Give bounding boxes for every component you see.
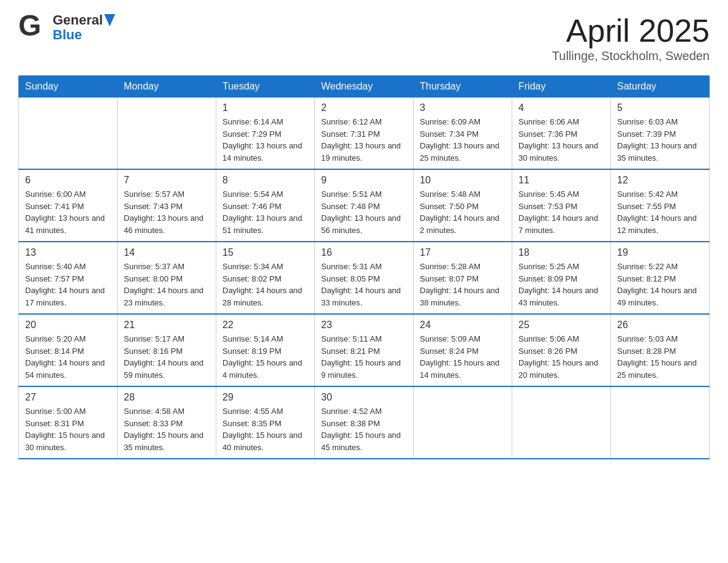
day-number: 6 (25, 175, 111, 186)
calendar-cell: 11Sunrise: 5:45 AMSunset: 7:53 PMDayligh… (512, 169, 611, 242)
calendar-cell: 26Sunrise: 5:03 AMSunset: 8:28 PMDayligh… (611, 314, 710, 386)
day-number: 8 (222, 175, 308, 186)
day-info: Sunrise: 5:34 AMSunset: 8:02 PMDaylight:… (222, 261, 308, 308)
calendar-cell: 30Sunrise: 4:52 AMSunset: 8:38 PMDayligh… (315, 386, 414, 459)
calendar-cell: 28Sunrise: 4:58 AMSunset: 8:33 PMDayligh… (118, 386, 216, 459)
day-info: Sunrise: 4:58 AMSunset: 8:33 PMDaylight:… (124, 405, 210, 453)
svg-marker-1 (104, 14, 115, 26)
day-info: Sunrise: 6:14 AMSunset: 7:29 PMDaylight:… (222, 116, 308, 164)
day-number: 9 (321, 175, 407, 186)
day-info: Sunrise: 5:00 AMSunset: 8:31 PMDaylight:… (25, 405, 111, 453)
calendar-cell: 17Sunrise: 5:28 AMSunset: 8:07 PMDayligh… (414, 242, 512, 314)
day-number: 1 (222, 102, 308, 113)
calendar-cell: 19Sunrise: 5:22 AMSunset: 8:12 PMDayligh… (611, 242, 710, 314)
day-number: 16 (321, 247, 407, 258)
calendar-cell: 22Sunrise: 5:14 AMSunset: 8:19 PMDayligh… (216, 314, 315, 386)
calendar-cell: 6Sunrise: 6:00 AMSunset: 7:41 PMDaylight… (19, 169, 118, 242)
day-info: Sunrise: 5:14 AMSunset: 8:19 PMDaylight:… (222, 333, 308, 381)
logo: G General Blue (18, 12, 115, 43)
day-info: Sunrise: 5:22 AMSunset: 8:12 PMDaylight:… (617, 261, 703, 308)
calendar-week-1: 1Sunrise: 6:14 AMSunset: 7:29 PMDaylight… (19, 98, 710, 170)
day-number: 7 (124, 175, 210, 186)
calendar-cell (118, 98, 216, 170)
header-row: SundayMondayTuesdayWednesdayThursdayFrid… (19, 76, 710, 98)
title-block: April 2025 Tullinge, Stockholm, Sweden (552, 12, 710, 63)
day-info: Sunrise: 5:28 AMSunset: 8:07 PMDaylight:… (420, 261, 506, 308)
day-number: 14 (124, 247, 210, 258)
day-number: 13 (25, 247, 111, 258)
calendar-table: SundayMondayTuesdayWednesdayThursdayFrid… (18, 75, 710, 459)
day-number: 22 (222, 320, 308, 331)
logo-icon: G (18, 12, 49, 43)
day-info: Sunrise: 6:12 AMSunset: 7:31 PMDaylight:… (321, 116, 407, 164)
day-info: Sunrise: 5:25 AMSunset: 8:09 PMDaylight:… (518, 261, 604, 308)
day-number: 21 (124, 320, 210, 331)
calendar-week-5: 27Sunrise: 5:00 AMSunset: 8:31 PMDayligh… (19, 386, 710, 459)
day-info: Sunrise: 5:11 AMSunset: 8:21 PMDaylight:… (321, 333, 407, 381)
day-number: 20 (25, 320, 111, 331)
day-info: Sunrise: 5:48 AMSunset: 7:50 PMDaylight:… (420, 188, 506, 236)
day-number: 17 (420, 247, 506, 258)
calendar-location: Tullinge, Stockholm, Sweden (552, 49, 710, 63)
day-number: 27 (25, 392, 111, 403)
weekday-header-monday: Monday (118, 76, 216, 98)
day-info: Sunrise: 5:40 AMSunset: 7:57 PMDaylight:… (25, 261, 111, 308)
weekday-header-saturday: Saturday (611, 76, 710, 98)
calendar-cell: 27Sunrise: 5:00 AMSunset: 8:31 PMDayligh… (19, 386, 118, 459)
day-info: Sunrise: 5:51 AMSunset: 7:48 PMDaylight:… (321, 188, 407, 236)
calendar-title: April 2025 (552, 12, 710, 49)
day-info: Sunrise: 4:52 AMSunset: 8:38 PMDaylight:… (321, 405, 407, 453)
calendar-cell: 1Sunrise: 6:14 AMSunset: 7:29 PMDaylight… (216, 98, 315, 170)
logo-blue: Blue (53, 28, 115, 42)
calendar-cell: 24Sunrise: 5:09 AMSunset: 8:24 PMDayligh… (414, 314, 512, 386)
day-info: Sunrise: 6:06 AMSunset: 7:36 PMDaylight:… (518, 116, 604, 164)
calendar-cell (414, 386, 512, 459)
calendar-cell (19, 98, 118, 170)
calendar-cell (611, 386, 710, 459)
weekday-header-wednesday: Wednesday (315, 76, 414, 98)
calendar-cell: 29Sunrise: 4:55 AMSunset: 8:35 PMDayligh… (216, 386, 315, 459)
day-number: 15 (222, 247, 308, 258)
day-info: Sunrise: 5:45 AMSunset: 7:53 PMDaylight:… (518, 188, 604, 236)
calendar-cell: 3Sunrise: 6:09 AMSunset: 7:34 PMDaylight… (414, 98, 512, 170)
calendar-cell: 7Sunrise: 5:57 AMSunset: 7:43 PMDaylight… (118, 169, 216, 242)
calendar-cell: 13Sunrise: 5:40 AMSunset: 7:57 PMDayligh… (19, 242, 118, 314)
day-number: 18 (518, 247, 604, 258)
day-info: Sunrise: 5:54 AMSunset: 7:46 PMDaylight:… (222, 188, 308, 236)
calendar-cell: 4Sunrise: 6:06 AMSunset: 7:36 PMDaylight… (512, 98, 611, 170)
calendar-cell: 2Sunrise: 6:12 AMSunset: 7:31 PMDaylight… (315, 98, 414, 170)
logo-text: General Blue (53, 13, 115, 42)
day-number: 2 (321, 102, 407, 113)
day-info: Sunrise: 5:57 AMSunset: 7:43 PMDaylight:… (124, 188, 210, 236)
day-info: Sunrise: 5:20 AMSunset: 8:14 PMDaylight:… (25, 333, 111, 381)
day-number: 11 (518, 175, 604, 186)
day-info: Sunrise: 5:31 AMSunset: 8:05 PMDaylight:… (321, 261, 407, 308)
weekday-header-tuesday: Tuesday (216, 76, 315, 98)
day-number: 3 (420, 102, 506, 113)
calendar-cell: 15Sunrise: 5:34 AMSunset: 8:02 PMDayligh… (216, 242, 315, 314)
weekday-header-friday: Friday (512, 76, 611, 98)
day-number: 25 (518, 320, 604, 331)
day-number: 10 (420, 175, 506, 186)
calendar-cell (512, 386, 611, 459)
calendar-header: SundayMondayTuesdayWednesdayThursdayFrid… (19, 76, 710, 98)
calendar-cell: 21Sunrise: 5:17 AMSunset: 8:16 PMDayligh… (118, 314, 216, 386)
calendar-cell: 12Sunrise: 5:42 AMSunset: 7:55 PMDayligh… (611, 169, 710, 242)
day-number: 30 (321, 392, 407, 403)
calendar-week-4: 20Sunrise: 5:20 AMSunset: 8:14 PMDayligh… (19, 314, 710, 386)
day-info: Sunrise: 5:37 AMSunset: 8:00 PMDaylight:… (124, 261, 210, 308)
day-number: 12 (617, 175, 703, 186)
day-info: Sunrise: 6:09 AMSunset: 7:34 PMDaylight:… (420, 116, 506, 164)
weekday-header-thursday: Thursday (414, 76, 512, 98)
calendar-cell: 8Sunrise: 5:54 AMSunset: 7:46 PMDaylight… (216, 169, 315, 242)
day-number: 26 (617, 320, 703, 331)
calendar-cell: 23Sunrise: 5:11 AMSunset: 8:21 PMDayligh… (315, 314, 414, 386)
day-info: Sunrise: 6:00 AMSunset: 7:41 PMDaylight:… (25, 188, 111, 236)
calendar-cell: 5Sunrise: 6:03 AMSunset: 7:39 PMDaylight… (611, 98, 710, 170)
calendar-cell: 16Sunrise: 5:31 AMSunset: 8:05 PMDayligh… (315, 242, 414, 314)
day-number: 29 (222, 392, 308, 403)
calendar-cell: 14Sunrise: 5:37 AMSunset: 8:00 PMDayligh… (118, 242, 216, 314)
day-info: Sunrise: 6:03 AMSunset: 7:39 PMDaylight:… (617, 116, 703, 164)
day-info: Sunrise: 5:42 AMSunset: 7:55 PMDaylight:… (617, 188, 703, 236)
day-number: 28 (124, 392, 210, 403)
